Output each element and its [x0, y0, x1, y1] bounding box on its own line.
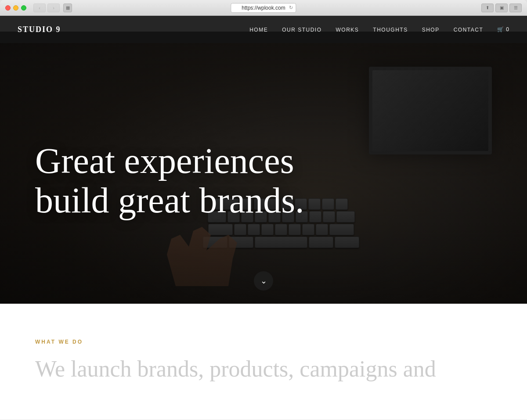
- reload-button[interactable]: ↻: [288, 5, 294, 11]
- nav-item-contact[interactable]: CONTACT: [454, 25, 484, 33]
- hero-content: Great experiences build great brands.: [0, 32, 527, 304]
- nav-item-works[interactable]: WORKS: [336, 25, 359, 33]
- nav-item-thoughts[interactable]: ThouGhTS: [373, 25, 408, 33]
- sidebar-button[interactable]: ☰: [509, 4, 522, 12]
- url-text: https://wplook.com: [242, 5, 285, 11]
- share-button[interactable]: ⬆: [481, 4, 494, 12]
- cart-count: 0: [506, 26, 509, 32]
- traffic-lights: [5, 5, 26, 11]
- nav-cart[interactable]: 🛒 0: [497, 26, 509, 32]
- nav-item-our-studio[interactable]: OUR STUDIO: [282, 25, 321, 33]
- browser-actions: ⬆ ▣ ☰: [481, 4, 522, 12]
- nav-item-shop[interactable]: SHOP: [422, 25, 440, 33]
- maximize-button[interactable]: [21, 5, 26, 11]
- minimize-button[interactable]: [13, 5, 18, 11]
- browser-frame: ‹ › ▦ https://wplook.com ↻ ⬆ ▣ ☰ STUDIO …: [0, 0, 527, 420]
- section-heading: We launch brands, products, campaigns an…: [35, 355, 492, 383]
- section-label: WHAT WE DO: [35, 339, 492, 345]
- back-button[interactable]: ‹: [33, 4, 46, 12]
- url-bar[interactable]: https://wplook.com ↻: [231, 3, 296, 13]
- browser-titlebar: ‹ › ▦ https://wplook.com ↻ ⬆ ▣ ☰: [0, 0, 527, 16]
- hero-title-line1: Great experiences: [35, 141, 294, 181]
- site-navigation: STUDIO 9 HOME OUR STUDIO WORKS ThouGhTS …: [0, 16, 527, 43]
- site-logo[interactable]: STUDIO 9: [18, 25, 61, 34]
- site-menu: HOME OUR STUDIO WORKS ThouGhTS SHOP CONT…: [249, 25, 509, 33]
- hero-section: Great experiences build great brands. ⌄: [0, 32, 527, 304]
- chevron-down-icon: ⌄: [260, 277, 267, 285]
- forward-button[interactable]: ›: [47, 4, 60, 12]
- close-button[interactable]: [5, 5, 11, 11]
- hero-title: Great experiences build great brands.: [35, 141, 304, 220]
- website: STUDIO 9 HOME OUR STUDIO WORKS ThouGhTS …: [0, 16, 527, 420]
- hero-title-line2: build great brands.: [35, 180, 304, 220]
- window-list-button[interactable]: ▦: [63, 4, 72, 12]
- what-we-do-section: WHAT WE DO We launch brands, products, c…: [0, 304, 527, 400]
- reader-button[interactable]: ▣: [495, 4, 508, 12]
- nav-item-home[interactable]: HOME: [249, 25, 268, 33]
- browser-nav: ‹ ›: [33, 4, 60, 12]
- cart-icon-symbol: 🛒: [497, 26, 504, 32]
- scroll-down-button[interactable]: ⌄: [254, 271, 273, 291]
